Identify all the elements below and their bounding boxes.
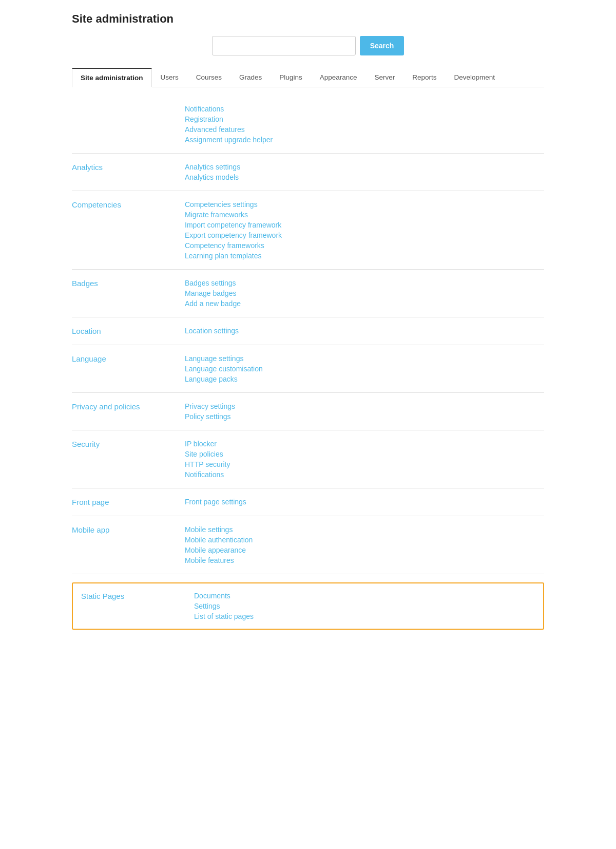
link-competency-frameworks[interactable]: Competency frameworks xyxy=(185,241,282,250)
tab-reports[interactable]: Reports xyxy=(403,68,445,87)
highlighted-section: Static PagesDocumentsSettingsList of sta… xyxy=(72,582,544,630)
link-front-page-settings[interactable]: Front page settings xyxy=(185,498,246,506)
section-title-static-pages[interactable]: Static Pages xyxy=(81,592,194,600)
link-notifications[interactable]: Notifications xyxy=(185,470,230,479)
section-links-static-pages: DocumentsSettingsList of static pages xyxy=(194,592,254,620)
section-title-analytics[interactable]: Analytics xyxy=(72,163,185,172)
section-title-competencies[interactable]: Competencies xyxy=(72,200,185,209)
tab-grades[interactable]: Grades xyxy=(230,68,271,87)
section-privacy: Privacy and policiesPrivacy settingsPoli… xyxy=(72,393,544,430)
tab-courses[interactable]: Courses xyxy=(187,68,230,87)
section-title-mobileapp[interactable]: Mobile app xyxy=(72,525,185,534)
link-mobile-appearance[interactable]: Mobile appearance xyxy=(185,546,253,554)
link-analytics-settings[interactable]: Analytics settings xyxy=(185,163,240,171)
section-links-analytics: Analytics settingsAnalytics models xyxy=(185,163,240,181)
link-site-policies[interactable]: Site policies xyxy=(185,450,230,458)
tab-users[interactable]: Users xyxy=(152,68,187,87)
tab-appearance[interactable]: Appearance xyxy=(311,68,366,87)
link-documents[interactable]: Documents xyxy=(194,592,254,600)
section-mobileapp: Mobile appMobile settingsMobile authenti… xyxy=(72,516,544,574)
link-location-settings[interactable]: Location settings xyxy=(185,327,239,335)
section-links-frontpage: Front page settings xyxy=(185,498,246,506)
section-title-location[interactable]: Location xyxy=(72,327,185,335)
link-migrate-frameworks[interactable]: Migrate frameworks xyxy=(185,211,282,219)
content-area: NotificationsRegistrationAdvanced featur… xyxy=(72,87,544,630)
link-competencies-settings[interactable]: Competencies settings xyxy=(185,200,282,209)
section-analytics: AnalyticsAnalytics settingsAnalytics mod… xyxy=(72,154,544,191)
section-links-mobileapp: Mobile settingsMobile authenticationMobi… xyxy=(185,525,253,564)
link-mobile-features[interactable]: Mobile features xyxy=(185,556,253,564)
section-location: LocationLocation settings xyxy=(72,317,544,345)
tab-development[interactable]: Development xyxy=(446,68,504,87)
link-notifications[interactable]: Notifications xyxy=(185,105,273,113)
link-list-of-static-pages[interactable]: List of static pages xyxy=(194,612,254,620)
section-language: LanguageLanguage settingsLanguage custom… xyxy=(72,345,544,393)
section-front-section: NotificationsRegistrationAdvanced featur… xyxy=(72,96,544,154)
link-add-a-new-badge[interactable]: Add a new badge xyxy=(185,299,241,308)
link-manage-badges[interactable]: Manage badges xyxy=(185,289,241,297)
link-language-customisation[interactable]: Language customisation xyxy=(185,365,263,373)
section-competencies: CompetenciesCompetencies settingsMigrate… xyxy=(72,191,544,270)
link-policy-settings[interactable]: Policy settings xyxy=(185,412,235,421)
section-links-location: Location settings xyxy=(185,327,239,335)
link-advanced-features[interactable]: Advanced features xyxy=(185,125,273,134)
section-badges: BadgesBadges settingsManage badgesAdd a … xyxy=(72,270,544,317)
section-links-badges: Badges settingsManage badgesAdd a new ba… xyxy=(185,279,241,308)
section-title-privacy[interactable]: Privacy and policies xyxy=(72,402,185,411)
link-ip-blocker[interactable]: IP blocker xyxy=(185,440,230,448)
section-security: SecurityIP blockerSite policiesHTTP secu… xyxy=(72,430,544,488)
page-title: Site administration xyxy=(72,12,544,26)
link-language-packs[interactable]: Language packs xyxy=(185,375,263,383)
search-input[interactable] xyxy=(212,36,356,55)
tab-server[interactable]: Server xyxy=(365,68,403,87)
link-export-competency-framework[interactable]: Export competency framework xyxy=(185,231,282,239)
search-bar: Search xyxy=(72,36,544,55)
section-links-privacy: Privacy settingsPolicy settings xyxy=(185,402,235,421)
link-language-settings[interactable]: Language settings xyxy=(185,354,263,363)
section-title-language[interactable]: Language xyxy=(72,354,185,363)
section-title-frontpage[interactable]: Front page xyxy=(72,498,185,506)
section-links-competencies: Competencies settingsMigrate frameworksI… xyxy=(185,200,282,260)
tab-site-administration[interactable]: Site administration xyxy=(72,68,152,87)
link-registration[interactable]: Registration xyxy=(185,115,273,123)
link-http-security[interactable]: HTTP security xyxy=(185,460,230,468)
section-links-front-section: NotificationsRegistrationAdvanced featur… xyxy=(185,105,273,144)
tabs-bar: Site administrationUsersCoursesGradesPlu… xyxy=(72,68,544,87)
link-import-competency-framework[interactable]: Import competency framework xyxy=(185,221,282,229)
section-frontpage: Front pageFront page settings xyxy=(72,488,544,516)
section-links-language: Language settingsLanguage customisationL… xyxy=(185,354,263,383)
link-analytics-models[interactable]: Analytics models xyxy=(185,173,240,181)
page-wrapper: Site administration Search Site administ… xyxy=(62,0,554,642)
link-learning-plan-templates[interactable]: Learning plan templates xyxy=(185,252,282,260)
link-assignment-upgrade-helper[interactable]: Assignment upgrade helper xyxy=(185,136,273,144)
section-title-badges[interactable]: Badges xyxy=(72,279,185,288)
section-links-security: IP blockerSite policiesHTTP securityNoti… xyxy=(185,440,230,479)
link-mobile-settings[interactable]: Mobile settings xyxy=(185,525,253,534)
link-mobile-authentication[interactable]: Mobile authentication xyxy=(185,536,253,544)
tab-plugins[interactable]: Plugins xyxy=(271,68,311,87)
link-badges-settings[interactable]: Badges settings xyxy=(185,279,241,287)
search-button[interactable]: Search xyxy=(360,36,405,55)
link-privacy-settings[interactable]: Privacy settings xyxy=(185,402,235,410)
section-title-security[interactable]: Security xyxy=(72,440,185,448)
section-static-pages: Static PagesDocumentsSettingsList of sta… xyxy=(81,592,535,620)
link-settings[interactable]: Settings xyxy=(194,602,254,610)
